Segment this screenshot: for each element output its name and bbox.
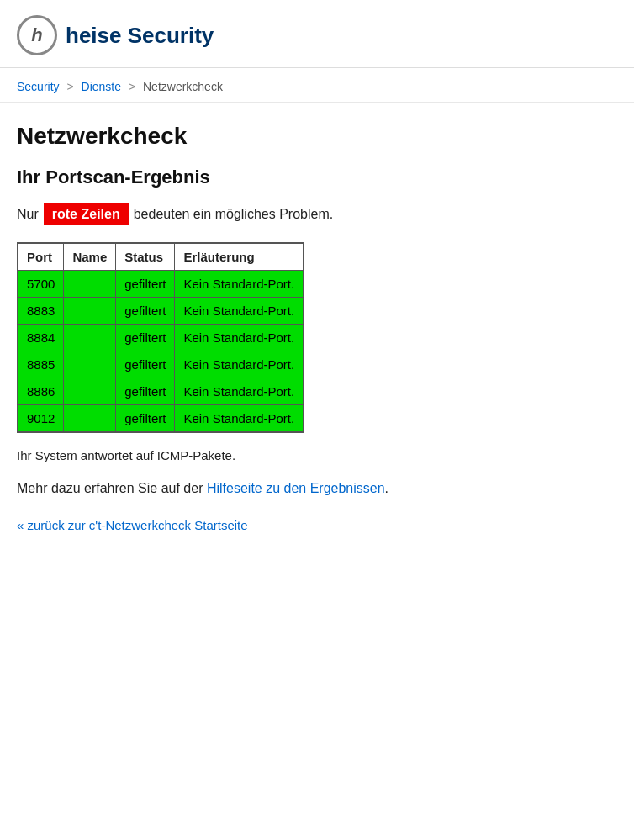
heise-logo-icon: h [17,15,57,55]
port-scan-table: Port Name Status Erläuterung 5700gefilte… [17,242,304,433]
table-row: 9012gefiltertKein Standard-Port. [18,405,304,433]
intro-after: bedeuten ein mögliches Problem. [134,207,333,222]
site-logo-text: heise Security [66,23,214,49]
cell-name [64,325,116,351]
back-link[interactable]: « zurück zur c't-Netzwerkcheck Startseit… [17,518,248,532]
cell-status: gefiltert [116,378,175,405]
intro-paragraph: Nur rote Zeilen bedeuten ein mögliches P… [17,203,617,225]
cell-status: gefiltert [116,351,175,378]
cell-erlaeuterung: Kein Standard-Port. [175,271,304,298]
cell-port: 8884 [18,325,64,351]
more-info-paragraph: Mehr dazu erfahren Sie auf der Hilfeseit… [17,481,617,496]
table-header-row: Port Name Status Erläuterung [18,243,304,271]
icmp-note: Ihr System antwortet auf ICMP-Pakete. [17,448,617,462]
cell-port: 5700 [18,271,64,298]
breadcrumb-current: Netzwerkcheck [143,80,223,93]
table-row: 5700gefiltertKein Standard-Port. [18,271,304,298]
breadcrumb-dienste-link[interactable]: Dienste [82,80,121,93]
cell-status: gefiltert [116,298,175,325]
cell-status: gefiltert [116,271,175,298]
breadcrumb: Security > Dienste > Netzwerkcheck [0,68,634,103]
cell-name [64,378,116,405]
logo-bold: Security [128,23,214,48]
cell-erlaeuterung: Kein Standard-Port. [175,378,304,405]
site-header: h heise Security [0,0,634,68]
red-badge: rote Zeilen [44,203,129,225]
cell-erlaeuterung: Kein Standard-Port. [175,298,304,325]
cell-name [64,298,116,325]
cell-port: 9012 [18,405,64,433]
logo-prefix: heise [66,23,128,48]
cell-name [64,351,116,378]
intro-before: Nur [17,207,39,222]
cell-name [64,271,116,298]
breadcrumb-security-link[interactable]: Security [17,80,60,93]
cell-name [64,405,116,433]
cell-port: 8886 [18,378,64,405]
breadcrumb-sep1: > [66,80,73,93]
col-erlaeuterung: Erläuterung [175,243,304,271]
section-title: Ihr Portscan-Ergebnis [17,166,617,188]
back-link-paragraph: « zurück zur c't-Netzwerkcheck Startseit… [17,518,617,533]
col-port: Port [18,243,64,271]
main-content: Netzwerkcheck Ihr Portscan-Ergebnis Nur … [0,103,634,558]
cell-status: gefiltert [116,405,175,433]
table-row: 8884gefiltertKein Standard-Port. [18,325,304,351]
page-title: Netzwerkcheck [17,123,617,150]
breadcrumb-sep2: > [129,80,135,93]
col-status: Status [116,243,175,271]
hilfeseite-link[interactable]: Hilfeseite zu den Ergebnissen [207,481,385,495]
more-info-after: . [385,481,388,495]
cell-status: gefiltert [116,325,175,351]
table-row: 8885gefiltertKein Standard-Port. [18,351,304,378]
cell-erlaeuterung: Kein Standard-Port. [175,325,304,351]
table-row: 8886gefiltertKein Standard-Port. [18,378,304,405]
col-name: Name [64,243,116,271]
cell-erlaeuterung: Kein Standard-Port. [175,405,304,433]
logo-letter: h [31,24,42,46]
table-row: 8883gefiltertKein Standard-Port. [18,298,304,325]
cell-port: 8885 [18,351,64,378]
more-info-text: Mehr dazu erfahren Sie auf der [17,481,203,495]
cell-port: 8883 [18,298,64,325]
cell-erlaeuterung: Kein Standard-Port. [175,351,304,378]
